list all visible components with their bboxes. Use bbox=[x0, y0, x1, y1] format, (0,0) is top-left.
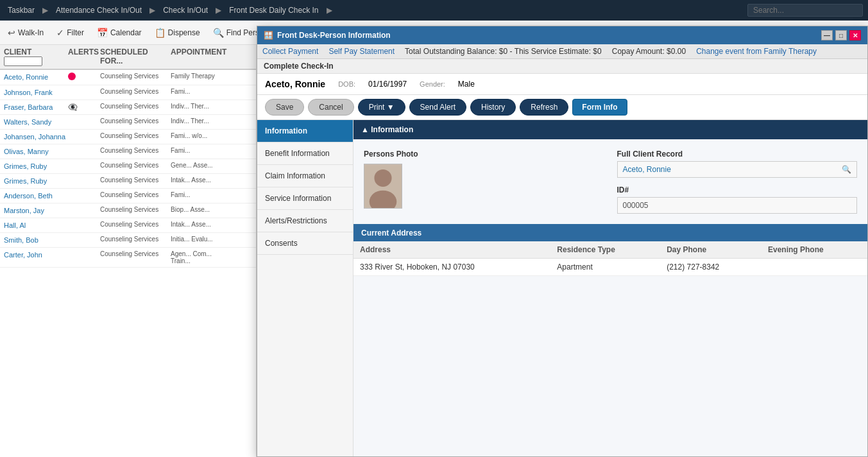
appt-text: Intak... Asse... bbox=[171, 221, 216, 228]
search-client-icon: 🔍 bbox=[842, 165, 851, 174]
nav-arrow-1: ▶ bbox=[40, 6, 51, 15]
client-name-marston[interactable]: Marston, Jay bbox=[4, 207, 44, 214]
person-photo-svg bbox=[364, 164, 402, 209]
residence-value: Apartment bbox=[550, 259, 660, 276]
calendar-button[interactable]: 📅 Calendar bbox=[94, 26, 144, 39]
table-row: Hall, Al Counseling Services Intak... As… bbox=[0, 218, 256, 233]
patient-name: Aceto, Ronnie bbox=[265, 79, 325, 89]
dept-text: Counseling Services bbox=[100, 191, 171, 198]
appt-text: Biop... Asse... bbox=[171, 206, 216, 213]
dept-text: Counseling Services bbox=[100, 147, 171, 154]
table-row: Johnson, Frank Counseling Services Fami.… bbox=[0, 85, 256, 100]
sidebar-claim-label: Claim Information bbox=[265, 171, 325, 180]
dept-text: Counseling Services bbox=[100, 206, 171, 213]
cancel-button[interactable]: Cancel bbox=[308, 99, 353, 116]
dispense-button[interactable]: 📋 Dispense bbox=[152, 26, 203, 39]
nav-checkinout[interactable]: Check In/Out bbox=[160, 6, 210, 15]
filter-label: Filter bbox=[67, 28, 84, 37]
send-alert-button[interactable]: Send Alert bbox=[409, 99, 466, 116]
address-section-title: Current Address bbox=[361, 229, 421, 237]
nav-arrow-3: ▶ bbox=[213, 6, 224, 15]
sidebar-item-consents[interactable]: Consents bbox=[257, 232, 353, 255]
client-name-aceto[interactable]: Aceto, Ronnie bbox=[4, 73, 48, 81]
copay-amount-text: Copay Amount: $0.00 bbox=[612, 47, 686, 56]
form-info-button[interactable]: Form Info bbox=[572, 99, 627, 116]
evening-phone-value bbox=[762, 259, 867, 276]
sidebar-item-claim[interactable]: Claim Information bbox=[257, 165, 353, 187]
search-input[interactable] bbox=[747, 4, 863, 17]
save-button[interactable]: Save bbox=[265, 99, 304, 116]
client-name-carter[interactable]: Carter, John bbox=[4, 251, 42, 259]
record-area: Full Client Record Aceto, Ronnie 🔍 ID# 0… bbox=[617, 150, 858, 214]
nav-frontdesk[interactable]: Front Desk Daily Check In bbox=[226, 6, 321, 15]
table-row: Marston, Jay Counseling Services Biop...… bbox=[0, 203, 256, 218]
appt-text: Indiv... Ther... bbox=[171, 117, 216, 125]
client-name-grimes1[interactable]: Grimes, Ruby bbox=[4, 162, 47, 170]
col-evening-phone: Evening Phone bbox=[762, 241, 867, 259]
collect-payment-link[interactable]: Collect Payment bbox=[262, 47, 318, 56]
alert-eye-icon: 👁‍🗨 bbox=[68, 103, 78, 112]
main-content: CLIENT ALERTS SCHEDULED FOR... APPOINTME… bbox=[0, 45, 868, 457]
table-row: Grimes, Ruby Counseling Services Gene...… bbox=[0, 159, 256, 174]
client-search-input[interactable] bbox=[4, 56, 42, 66]
modal-main-panel: ▲ Information Persons Photo bbox=[353, 120, 867, 456]
history-button[interactable]: History bbox=[470, 99, 516, 116]
client-name-johnson[interactable]: Johnson, Frank bbox=[4, 89, 53, 96]
full-client-value: Aceto, Ronnie bbox=[623, 165, 671, 174]
sidebar-item-alerts[interactable]: Alerts/Restrictions bbox=[257, 210, 353, 232]
photo-placeholder bbox=[364, 164, 402, 209]
filter-button[interactable]: ✓ Filter bbox=[54, 26, 87, 39]
dept-text: Counseling Services bbox=[100, 117, 171, 125]
col-day-phone: Day Phone bbox=[660, 241, 762, 259]
walkin-label: Walk-In bbox=[18, 28, 44, 37]
client-name-walters[interactable]: Walters, Sandy bbox=[4, 118, 51, 126]
sidebar-information-label: Information bbox=[265, 126, 307, 135]
change-event-link[interactable]: Change event from Family Therapy bbox=[696, 47, 817, 56]
alert-indicator bbox=[68, 73, 76, 80]
client-name-fraser[interactable]: Fraser, Barbara bbox=[4, 103, 53, 111]
table-row: Olivas, Manny Counseling Services Fami..… bbox=[0, 144, 256, 159]
outstanding-balance-text: Total Outstanding Balance: $0 - This Ser… bbox=[405, 47, 602, 56]
dispense-label: Dispense bbox=[168, 28, 200, 37]
table-row: Smith, Bob Counseling Services Initia...… bbox=[0, 233, 256, 248]
print-button[interactable]: Print ▼ bbox=[358, 99, 405, 116]
client-name-johansen[interactable]: Johansen, Johanna bbox=[4, 133, 65, 141]
photo-label: Persons Photo bbox=[364, 150, 604, 159]
self-pay-link[interactable]: Self Pay Statement bbox=[328, 47, 395, 56]
appt-text: Gene... Asse... bbox=[171, 162, 216, 169]
client-table: CLIENT ALERTS SCHEDULED FOR... APPOINTME… bbox=[0, 45, 257, 457]
table-row: Aceto, Ronnie Counseling Services Family… bbox=[0, 70, 256, 85]
findperson-icon: 🔍 bbox=[213, 28, 224, 38]
client-name-anderson[interactable]: Anderson, Beth bbox=[4, 192, 53, 200]
information-section-body: Persons Photo Full Cli bbox=[353, 139, 867, 224]
dept-text: Counseling Services bbox=[100, 221, 171, 228]
photo-area: Persons Photo bbox=[364, 150, 604, 214]
appt-text: Intak... Asse... bbox=[171, 177, 216, 184]
appt-text: Agen... Com... Train... bbox=[171, 250, 216, 264]
svg-point-1 bbox=[374, 169, 391, 187]
sidebar-alerts-label: Alerts/Restrictions bbox=[265, 216, 327, 225]
appt-text: Fami... w/o... bbox=[171, 132, 216, 139]
dept-text: Counseling Services bbox=[100, 236, 171, 243]
dept-text: Counseling Services bbox=[100, 73, 171, 80]
nav-attendance[interactable]: Attendance Check In/Out bbox=[53, 6, 144, 15]
dob-label: DOB: bbox=[338, 80, 355, 88]
nav-arrow-4: ▶ bbox=[324, 6, 335, 15]
sidebar-item-information[interactable]: Information bbox=[257, 120, 353, 142]
gender-label: Gender: bbox=[420, 80, 445, 88]
sidebar-item-service[interactable]: Service Information bbox=[257, 187, 353, 210]
full-client-input[interactable]: Aceto, Ronnie 🔍 bbox=[617, 161, 858, 178]
check-in-label: Complete Check-In bbox=[264, 62, 334, 71]
client-name-smith[interactable]: Smith, Bob bbox=[4, 236, 38, 244]
sidebar-item-benefit[interactable]: Benefit Information bbox=[257, 142, 353, 165]
action-buttons: Save Cancel Print ▼ Send Alert History R… bbox=[257, 95, 867, 120]
walkin-button[interactable]: ↩ Walk-In bbox=[5, 26, 46, 39]
nav-taskbar[interactable]: Taskbar bbox=[5, 6, 37, 15]
table-header: CLIENT ALERTS SCHEDULED FOR... APPOINTME… bbox=[0, 45, 256, 70]
sidebar-consents-label: Consents bbox=[265, 239, 298, 248]
filter-icon: ✓ bbox=[56, 28, 64, 38]
client-name-grimes2[interactable]: Grimes, Ruby bbox=[4, 177, 47, 185]
client-name-olivas[interactable]: Olivas, Manny bbox=[4, 148, 49, 155]
client-name-hall[interactable]: Hall, Al bbox=[4, 221, 26, 229]
refresh-modal-button[interactable]: Refresh bbox=[520, 99, 568, 116]
